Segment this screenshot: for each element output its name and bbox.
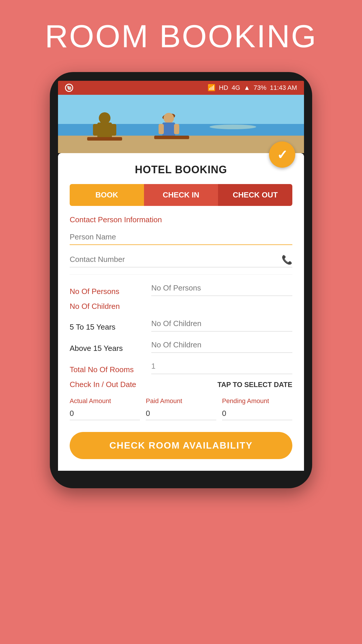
pending-amount-input[interactable]: [222, 407, 292, 420]
children-above-15-input-col: [151, 337, 292, 353]
svg-rect-14: [154, 136, 189, 139]
paid-amount-label: Paid Amount: [146, 397, 216, 405]
paid-amount-input[interactable]: [146, 407, 216, 420]
status-left: 🐚: [65, 84, 73, 92]
time-label: 11:43 AM: [270, 84, 297, 92]
persons-row: No Of Persons: [70, 281, 292, 296]
date-value[interactable]: TAP TO SELECT DATE: [151, 381, 292, 389]
children-5-15-label: 5 To 15 Years: [70, 323, 145, 332]
tab-checkin[interactable]: CHECK IN: [144, 184, 218, 206]
tab-bar: BOOK CHECK IN CHECK OUT: [70, 184, 292, 206]
phone-frame: 🐚 📶 HD 4G ▲ 73% 11:43 AM: [50, 72, 312, 488]
check-icon: ✓: [277, 147, 288, 162]
shell-icon: 🐚: [65, 84, 73, 92]
tab-checkout[interactable]: CHECK OUT: [218, 184, 292, 206]
svg-rect-12: [174, 124, 179, 134]
svg-point-4: [99, 112, 110, 124]
children-above-15-row: Above 15 Years: [70, 337, 292, 353]
hero-image: [58, 95, 304, 153]
children-above-15-input[interactable]: [151, 337, 292, 353]
phone-icon: 📞: [282, 255, 292, 265]
persons-label: No Of Persons: [70, 287, 145, 296]
page-wrapper: ROOM BOOKING 🐚 📶 HD 4G ▲ 73% 11:43 AM: [0, 0, 362, 644]
date-label: Check In / Out Date: [70, 380, 145, 389]
amount-row: Actual Amount Paid Amount Pending Amount: [70, 397, 292, 420]
total-rooms-input-col: [151, 359, 292, 374]
svg-point-9: [164, 113, 174, 123]
signal-icon: ▲: [244, 84, 250, 92]
actual-amount-col: Actual Amount: [70, 397, 140, 420]
persons-input[interactable]: [151, 281, 292, 296]
total-rooms-label: Total No Of Rooms: [70, 365, 145, 374]
svg-point-3: [210, 125, 256, 129]
actual-amount-label: Actual Amount: [70, 397, 140, 405]
page-title: ROOM BOOKING: [45, 18, 317, 55]
check-room-btn[interactable]: CHECK ROOM AVAILABILITY: [70, 432, 292, 459]
contact-number-row: 📞: [70, 252, 292, 267]
status-bar: 🐚 📶 HD 4G ▲ 73% 11:43 AM: [58, 81, 304, 95]
svg-rect-7: [110, 124, 116, 136]
paid-amount-col: Paid Amount: [146, 397, 216, 420]
beach-scene: [58, 95, 304, 153]
pending-amount-col: Pending Amount: [222, 397, 292, 420]
hd-label: HD: [219, 84, 228, 92]
children-5-15-row: 5 To 15 Years: [70, 316, 292, 332]
tab-book[interactable]: BOOK: [70, 184, 144, 206]
svg-rect-11: [159, 124, 164, 134]
battery-label: 73%: [254, 84, 266, 92]
network-label: 4G: [232, 84, 240, 92]
children-5-15-input-col: [151, 316, 292, 332]
svg-rect-6: [93, 124, 99, 136]
children-5-15-input[interactable]: [151, 316, 292, 332]
form-card: ✓ HOTEL BOOKING BOOK CHECK IN CHECK OUT …: [58, 153, 304, 471]
total-rooms-row: Total No Of Rooms: [70, 359, 292, 374]
pending-amount-label: Pending Amount: [222, 397, 292, 405]
svg-rect-13: [87, 137, 122, 141]
hotel-title: HOTEL BOOKING: [70, 164, 292, 176]
children-section-label: No Of Children: [70, 302, 292, 311]
fab-button[interactable]: ✓: [269, 141, 295, 168]
contact-section-label: Contact Person Information: [70, 215, 292, 224]
contact-number-input[interactable]: [70, 252, 292, 267]
status-right: 📶 HD 4G ▲ 73% 11:43 AM: [208, 84, 297, 92]
person-name-input[interactable]: [70, 230, 292, 245]
persons-input-col: [151, 281, 292, 296]
actual-amount-input[interactable]: [70, 407, 140, 420]
divider-1: [70, 274, 292, 275]
date-row[interactable]: Check In / Out Date TAP TO SELECT DATE: [70, 380, 292, 389]
wifi-icon: 📶: [208, 84, 215, 92]
children-above-15-label: Above 15 Years: [70, 344, 145, 353]
total-rooms-input[interactable]: [151, 359, 292, 374]
beach-svg: [58, 95, 304, 153]
